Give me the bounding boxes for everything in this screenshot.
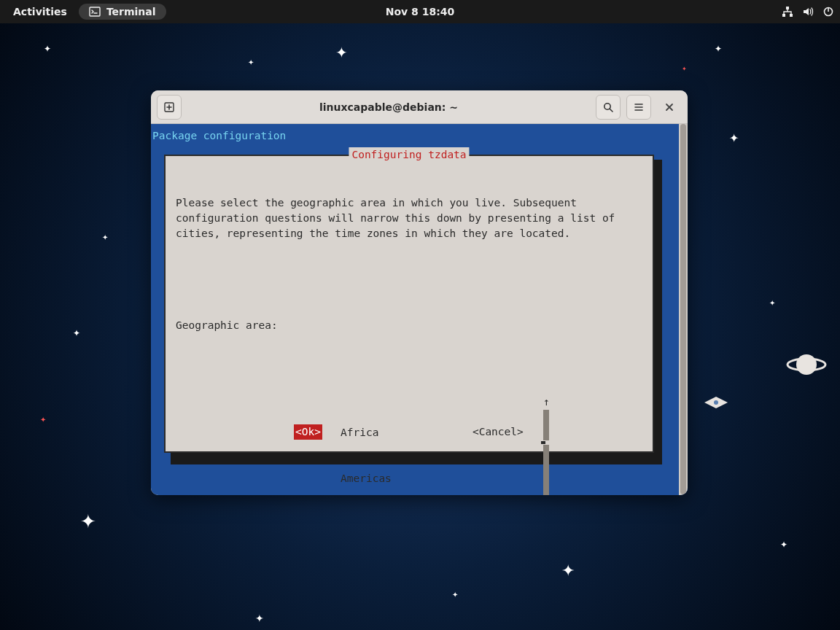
svg-point-0	[796, 354, 817, 375]
current-app-label: Terminal	[106, 6, 156, 18]
terminal-scrollbar[interactable]	[679, 124, 688, 495]
panel-clock[interactable]: Nov 8 18:40	[386, 6, 455, 18]
svg-rect-3	[90, 7, 100, 16]
scroll-thumb	[541, 441, 545, 444]
desktop-star: ✦	[682, 66, 687, 72]
desktop-star: ✦	[780, 540, 788, 550]
desktop-star: ✦	[561, 561, 575, 580]
network-icon[interactable]	[782, 6, 793, 18]
svg-rect-4	[786, 7, 789, 9]
desktop-rocket-icon	[701, 394, 731, 411]
svg-point-2	[714, 400, 718, 405]
desktop-star: ✦	[452, 591, 458, 599]
svg-rect-5	[782, 14, 785, 17]
terminal-viewport[interactable]: Package configuration Configuring tzdata…	[151, 124, 688, 495]
desktop-star: ✦	[769, 299, 775, 307]
cancel-button[interactable]: <Cancel>	[472, 424, 524, 440]
terminal-icon	[89, 6, 101, 18]
hamburger-menu-button[interactable]	[626, 95, 651, 120]
scroll-track	[543, 410, 549, 495]
desktop-star: ✦	[40, 416, 46, 424]
desktop-star: ✦	[335, 44, 348, 61]
window-titlebar[interactable]: linuxcapable@debian: ~	[151, 90, 688, 124]
scroll-up-arrow-icon: ↑	[543, 394, 550, 410]
geographic-area-list[interactable]: Africa Americas Antarctica Arctic Ocean …	[339, 394, 485, 495]
desktop-star: ✦	[102, 233, 108, 241]
tzdata-dialog: Configuring tzdata Please select the geo…	[164, 155, 654, 453]
desktop-star: ✦	[255, 612, 264, 624]
dialog-message: Please select the geographic area in whi…	[176, 195, 642, 241]
gnome-top-panel: Activities Terminal Nov 8 18:40	[0, 0, 840, 23]
svg-rect-6	[790, 14, 793, 17]
new-tab-button[interactable]	[157, 95, 182, 120]
desktop-star: ✦	[80, 510, 96, 532]
desktop-star: ✦	[248, 58, 254, 66]
desktop-star: ✦	[44, 44, 51, 54]
desktop-star: ✦	[729, 131, 739, 145]
activities-button[interactable]: Activities	[6, 3, 74, 20]
window-title: linuxcapable@debian: ~	[187, 101, 590, 113]
current-app-indicator[interactable]: Terminal	[79, 4, 166, 20]
ok-button[interactable]: <Ok>	[294, 424, 322, 440]
desktop-star: ✦	[73, 328, 80, 338]
terminal-header-line: Package configuration	[151, 128, 688, 144]
volume-icon[interactable]	[802, 6, 814, 18]
dialog-prompt: Geographic area:	[176, 318, 642, 333]
power-icon[interactable]	[822, 6, 834, 18]
close-button[interactable]	[657, 95, 682, 120]
list-item[interactable]: Americas	[339, 471, 485, 486]
dialog-title: Configuring tzdata	[349, 147, 469, 163]
list-scroll-indicator: ↑ ↓	[543, 394, 552, 495]
desktop-planet-icon	[785, 350, 828, 379]
scrollbar-thumb[interactable]	[680, 124, 686, 494]
search-button[interactable]	[596, 95, 621, 120]
terminal-window: linuxcapable@debian: ~ Package configura…	[151, 90, 688, 495]
svg-line-11	[610, 109, 612, 112]
desktop-star: ✦	[715, 44, 722, 54]
